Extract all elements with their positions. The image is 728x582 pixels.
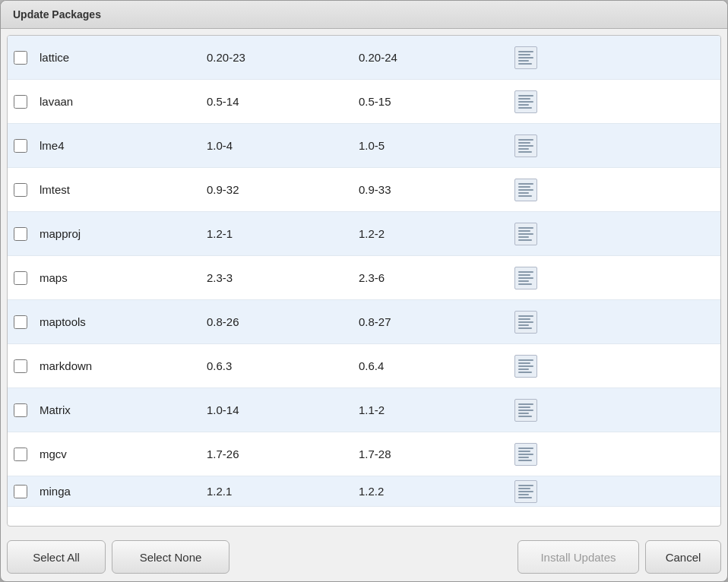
package-new-version: 1.1-2 [359, 403, 511, 416]
news-icon[interactable] [514, 311, 537, 334]
install-updates-button[interactable]: Install Updates [518, 540, 639, 574]
dialog-content: lattice0.20-230.20-24lavaan0.5-140.5-15l… [1, 29, 727, 533]
table-row: lmtest0.9-320.9-33 [8, 168, 720, 212]
package-name: lmtest [40, 183, 207, 196]
package-checkbox[interactable] [14, 448, 27, 461]
news-icon-cell[interactable] [511, 223, 541, 245]
package-name: maps [40, 271, 207, 284]
package-new-version: 0.8-27 [359, 315, 511, 328]
table-row: Matrix1.0-141.1-2 [8, 388, 720, 432]
package-list-container: lattice0.20-230.20-24lavaan0.5-140.5-15l… [7, 35, 721, 527]
package-new-version: 0.5-15 [359, 95, 511, 108]
package-name: mgcv [40, 448, 207, 460]
package-new-version: 0.6.4 [359, 359, 511, 372]
select-all-button[interactable]: Select All [7, 540, 106, 574]
news-icon-cell[interactable] [511, 179, 541, 201]
package-installed-version: 1.2-1 [207, 227, 359, 240]
news-icon[interactable] [514, 480, 537, 503]
package-new-version: 1.0-5 [359, 139, 511, 152]
package-new-version: 1.2.2 [359, 485, 511, 498]
package-installed-version: 2.3-3 [207, 271, 359, 284]
news-icon-cell[interactable] [511, 443, 541, 466]
package-checkbox[interactable] [14, 315, 27, 329]
select-none-button[interactable]: Select None [112, 540, 229, 574]
table-row: minga1.2.11.2.2 [8, 476, 720, 507]
package-checkbox[interactable] [14, 95, 27, 109]
table-row: mapproj1.2-11.2-2 [8, 212, 720, 256]
package-checkbox[interactable] [14, 271, 27, 285]
package-name: lattice [40, 51, 207, 64]
news-icon[interactable] [514, 90, 537, 113]
news-icon-cell[interactable] [511, 480, 541, 503]
dialog-footer: Select All Select None Install Updates C… [1, 533, 727, 581]
news-icon-cell[interactable] [511, 46, 541, 69]
news-icon[interactable] [514, 134, 537, 157]
news-icon[interactable] [514, 399, 537, 422]
news-icon[interactable] [514, 46, 537, 69]
package-name: markdown [40, 359, 207, 372]
table-row: markdown0.6.30.6.4 [8, 344, 720, 388]
news-icon-cell[interactable] [511, 90, 541, 113]
news-icon-cell[interactable] [511, 267, 541, 289]
package-list[interactable]: lattice0.20-230.20-24lavaan0.5-140.5-15l… [8, 36, 720, 526]
package-new-version: 1.2-2 [359, 227, 511, 240]
dialog-title: Update Packages [1, 1, 727, 29]
news-icon[interactable] [514, 355, 537, 378]
package-new-version: 1.7-28 [359, 448, 511, 460]
package-name: mapproj [40, 227, 207, 240]
package-checkbox[interactable] [14, 403, 27, 417]
news-icon-cell[interactable] [511, 311, 541, 334]
package-checkbox[interactable] [14, 139, 27, 153]
package-new-version: 2.3-6 [359, 271, 511, 284]
table-row: lavaan0.5-140.5-15 [8, 80, 720, 124]
package-checkbox[interactable] [14, 51, 27, 65]
package-installed-version: 1.7-26 [207, 448, 359, 460]
package-installed-version: 0.8-26 [207, 315, 359, 328]
table-row: maps2.3-32.3-6 [8, 256, 720, 300]
package-new-version: 0.9-33 [359, 183, 511, 196]
package-installed-version: 0.6.3 [207, 359, 359, 372]
package-checkbox[interactable] [14, 485, 27, 498]
package-name: lavaan [40, 95, 207, 108]
package-checkbox[interactable] [14, 359, 27, 373]
table-row: lattice0.20-230.20-24 [8, 36, 720, 80]
news-icon[interactable] [514, 443, 537, 466]
update-packages-dialog: Update Packages lattice0.20-230.20-24lav… [0, 0, 728, 582]
table-row: maptools0.8-260.8-27 [8, 300, 720, 344]
table-row: mgcv1.7-261.7-28 [8, 432, 720, 476]
news-icon[interactable] [514, 179, 537, 201]
package-name: minga [40, 485, 207, 498]
package-checkbox[interactable] [14, 227, 27, 241]
package-new-version: 0.20-24 [359, 51, 511, 64]
package-installed-version: 0.5-14 [207, 95, 359, 108]
news-icon-cell[interactable] [511, 399, 541, 422]
package-installed-version: 1.2.1 [207, 485, 359, 498]
news-icon-cell[interactable] [511, 355, 541, 378]
package-installed-version: 1.0-14 [207, 403, 359, 416]
package-installed-version: 0.20-23 [207, 51, 359, 64]
package-checkbox[interactable] [14, 183, 27, 197]
news-icon-cell[interactable] [511, 134, 541, 157]
package-name: lme4 [40, 139, 207, 152]
table-row: lme41.0-41.0-5 [8, 124, 720, 168]
news-icon[interactable] [514, 267, 537, 289]
cancel-button[interactable]: Cancel [645, 540, 721, 574]
package-installed-version: 1.0-4 [207, 139, 359, 152]
news-icon[interactable] [514, 223, 537, 245]
package-installed-version: 0.9-32 [207, 183, 359, 196]
package-name: Matrix [40, 403, 207, 416]
package-name: maptools [40, 315, 207, 328]
